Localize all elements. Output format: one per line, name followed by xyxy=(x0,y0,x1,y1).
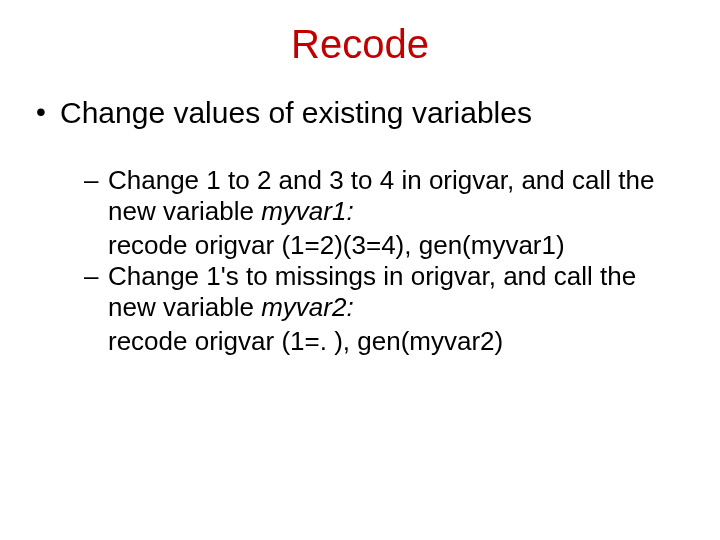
sub-text-italic: myvar1: xyxy=(261,196,353,226)
slide-title: Recode xyxy=(0,0,720,67)
bullet-level2: Change 1 to 2 and 3 to 4 in origvar, and… xyxy=(84,165,686,226)
code-line: recode origvar (1=. ), gen(myvar2) xyxy=(84,326,686,357)
bullet-level1: Change values of existing variables Chan… xyxy=(34,95,686,357)
slide-body: Change values of existing variables Chan… xyxy=(0,67,720,357)
sub-text: Change 1 to 2 and 3 to 4 in origvar, and… xyxy=(108,165,654,226)
slide: Recode Change values of existing variabl… xyxy=(0,0,720,540)
bullet-level2: Change 1's to missings in origvar, and c… xyxy=(84,261,686,322)
code-line: recode origvar (1=2)(3=4), gen(myvar1) xyxy=(84,230,686,261)
sub-text: Change 1's to missings in origvar, and c… xyxy=(108,261,636,322)
sub-text-italic: myvar2: xyxy=(261,292,353,322)
bullet-text: Change values of existing variables xyxy=(60,96,532,129)
